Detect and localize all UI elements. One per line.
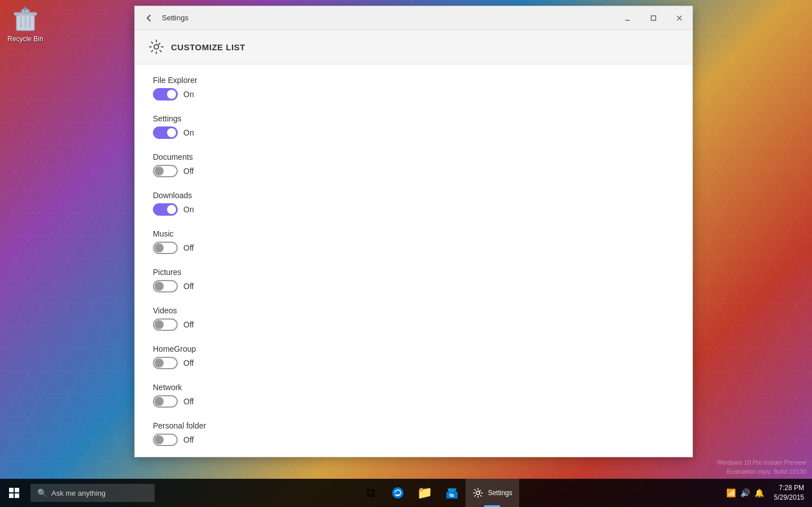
- toggle-switch-pictures[interactable]: [153, 280, 178, 292]
- close-icon: [676, 15, 683, 21]
- toggle-thumb-music: [155, 243, 164, 252]
- toggle-state-music: Off: [183, 243, 194, 252]
- toggle-thumb-downloads: [167, 205, 176, 214]
- settings-taskbar-label: Settings: [488, 489, 512, 497]
- taskbar-right: 📶 🔊 🔔 7:28 PM 5/29/2015: [722, 479, 812, 507]
- toggle-label-pictures: Pictures: [153, 268, 674, 277]
- toggle-row-documents: DocumentsOff: [153, 152, 674, 177]
- toggle-row-file-explorer: File ExplorerOn: [153, 76, 674, 100]
- close-button[interactable]: [666, 6, 692, 30]
- toggle-state-settings: On: [183, 128, 194, 137]
- toggle-thumb-documents: [155, 167, 164, 176]
- recycle-bin-label: Recycle Bin: [7, 35, 43, 43]
- gear-icon: [148, 39, 164, 55]
- toggle-container-music: Off: [153, 242, 674, 254]
- maximize-icon: [650, 15, 657, 21]
- minimize-button[interactable]: [615, 6, 640, 30]
- title-bar-left: Settings: [141, 10, 188, 27]
- search-icon: 🔍: [37, 488, 47, 497]
- svg-point-14: [476, 491, 480, 495]
- toggle-thumb-network: [155, 397, 164, 406]
- toggle-switch-videos[interactable]: [153, 318, 178, 331]
- title-bar: Settings: [135, 6, 692, 30]
- back-button[interactable]: [141, 10, 157, 27]
- settings-content[interactable]: File ExplorerOnSettingsOnDocumentsOffDow…: [135, 64, 692, 457]
- toggle-label-personal-folder: Personal folder: [153, 421, 674, 430]
- toggle-label-network: Network: [153, 383, 674, 392]
- back-icon: [145, 14, 153, 22]
- task-view-icon: ⧉: [366, 486, 375, 500]
- maximize-button[interactable]: [640, 6, 666, 30]
- file-explorer-icon: 📁: [417, 486, 432, 500]
- start-button[interactable]: [0, 479, 28, 507]
- toggle-container-network: Off: [153, 395, 674, 408]
- notification-tray-icon[interactable]: 🔔: [754, 488, 764, 497]
- settings-header: CUSTOMIZE LIST: [135, 30, 692, 64]
- taskbar-edge[interactable]: [384, 479, 411, 507]
- toggle-container-pictures: Off: [153, 280, 674, 292]
- toggle-row-music: MusicOff: [153, 229, 674, 254]
- toggle-switch-homegroup[interactable]: [153, 357, 178, 369]
- toggle-row-pictures: PicturesOff: [153, 268, 674, 292]
- network-tray-icon[interactable]: 📶: [726, 488, 736, 497]
- toggle-state-documents: Off: [183, 167, 194, 176]
- toggle-label-file-explorer: File Explorer: [153, 76, 674, 85]
- toggle-container-videos: Off: [153, 318, 674, 331]
- toggle-switch-personal-folder[interactable]: [153, 434, 178, 446]
- clock-area[interactable]: 7:28 PM 5/29/2015: [769, 483, 810, 502]
- toggle-state-network: Off: [183, 397, 194, 406]
- toggle-label-homegroup: HomeGroup: [153, 344, 674, 353]
- toggle-thumb-personal-folder: [155, 435, 164, 444]
- taskbar-middle: ⧉ 📁 🛍: [357, 479, 519, 507]
- minimize-icon: [624, 15, 631, 21]
- taskbar: 🔍 Ask me anything ⧉ 📁: [0, 479, 812, 507]
- toggle-state-file-explorer: On: [183, 90, 194, 99]
- edge-icon: [391, 486, 405, 500]
- toggle-state-personal-folder: Off: [183, 435, 194, 444]
- recycle-bin-icon[interactable]: Recycle Bin: [6, 6, 45, 43]
- volume-tray-icon[interactable]: 🔊: [740, 488, 750, 497]
- toggle-container-file-explorer: On: [153, 88, 674, 100]
- toggle-state-videos: Off: [183, 320, 194, 329]
- toggle-label-settings: Settings: [153, 114, 674, 123]
- toggle-switch-music[interactable]: [153, 242, 178, 254]
- toggle-thumb-settings: [167, 128, 176, 137]
- toggle-container-documents: Off: [153, 165, 674, 177]
- search-placeholder: Ask me anything: [51, 489, 106, 497]
- store-icon: 🛍: [445, 486, 459, 500]
- toggle-switch-file-explorer[interactable]: [153, 88, 178, 100]
- settings-header-title: CUSTOMIZE LIST: [171, 42, 245, 52]
- window-title: Settings: [162, 14, 188, 22]
- svg-point-11: [392, 487, 403, 499]
- settings-taskbar-icon: [472, 487, 484, 499]
- settings-window: Settings: [134, 6, 693, 457]
- desktop: Recycle Bin Settings: [0, 0, 812, 507]
- toggle-thumb-file-explorer: [167, 90, 176, 99]
- toggle-row-settings: SettingsOn: [153, 114, 674, 139]
- search-area[interactable]: 🔍 Ask me anything: [30, 484, 155, 502]
- toggle-switch-network[interactable]: [153, 395, 178, 408]
- toggle-switch-downloads[interactable]: [153, 203, 178, 216]
- taskbar-left: 🔍 Ask me anything: [0, 479, 155, 507]
- toggle-thumb-pictures: [155, 282, 164, 291]
- toggle-row-personal-folder: Personal folderOff: [153, 421, 674, 446]
- toggle-row-network: NetworkOff: [153, 383, 674, 408]
- svg-rect-7: [651, 16, 656, 20]
- svg-text:🛍: 🛍: [449, 493, 454, 498]
- clock-time: 7:28 PM: [779, 483, 804, 493]
- toggle-row-downloads: DownloadsOn: [153, 191, 674, 216]
- taskbar-settings-app[interactable]: Settings: [466, 479, 519, 507]
- toggle-switch-settings[interactable]: [153, 126, 178, 139]
- toggle-label-documents: Documents: [153, 152, 674, 161]
- system-tray-icons: 📶 🔊 🔔: [722, 488, 769, 497]
- toggle-state-pictures: Off: [183, 282, 194, 291]
- taskbar-file-explorer[interactable]: 📁: [411, 479, 438, 507]
- taskbar-task-view[interactable]: ⧉: [357, 479, 384, 507]
- toggle-switch-documents[interactable]: [153, 165, 178, 177]
- toggle-label-videos: Videos: [153, 306, 674, 315]
- toggle-state-downloads: On: [183, 205, 194, 214]
- clock-date: 5/29/2015: [774, 493, 804, 502]
- toggle-container-homegroup: Off: [153, 357, 674, 369]
- toggle-thumb-homegroup: [155, 359, 164, 368]
- taskbar-store[interactable]: 🛍: [438, 479, 466, 507]
